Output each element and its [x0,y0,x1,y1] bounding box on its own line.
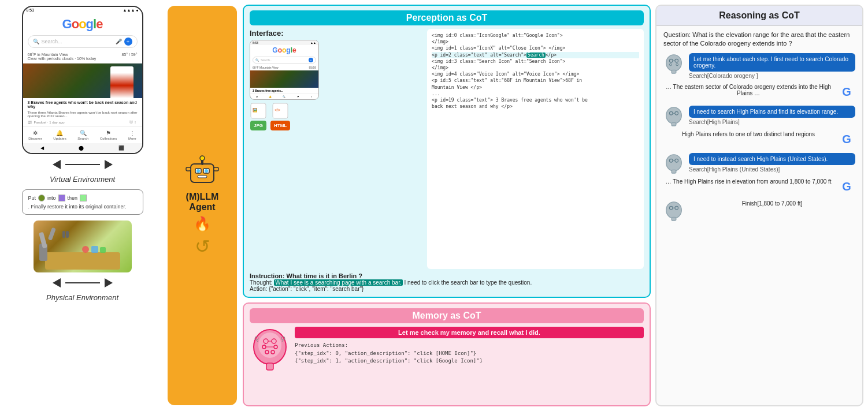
reasoning-column: Reasoning as CoT Question: What is the e… [655,5,863,406]
phys-left-arrow [53,278,61,287]
perception-title: Perception as CoT [250,10,644,25]
memory-box: Memory as CoT [243,302,651,406]
svg-point-16 [200,156,205,160]
task-box: Put into then . Finally restore it into … [22,189,143,215]
svg-rect-8 [100,247,106,253]
news-person [110,66,133,98]
memory-right: Let me check my memory and recall what I… [295,327,644,401]
thought-label: Thought: [250,279,272,286]
svg-rect-7 [91,246,98,253]
google-icon-1: G [838,84,855,101]
task-text-then: then [68,195,78,201]
mini-weather: 68°F Mountain View 85/59 [250,65,318,70]
nav-discover[interactable]: ✲ Discover [28,130,42,140]
phys-right-arrow [105,278,113,287]
left-arrow [53,160,61,169]
step4-text: High Plains refers to one of two distinc… [663,131,833,137]
memory-action0: {"step_idx": 0, "action_description": "c… [295,350,644,358]
code-ellipsis: ... [432,91,639,97]
nav-more[interactable]: ⋮ More [128,130,136,140]
search-nav-icon: 🔍 [80,130,87,136]
middle-column: Perception as CoT Interface: 8:53 ▲▲ Goo… [243,5,651,406]
back-button[interactable]: ◀ [40,145,44,151]
google-logo-phone: Google [23,13,142,33]
physical-env-label: Physical Environment [46,293,118,302]
thought-highlight: What I see is a searching page with a se… [274,279,402,286]
reasoning-step-5: I need to instead search High Plains (Un… [663,153,855,174]
mini-news-image [250,70,318,88]
mini-nav: ✲🔔🔍⚑⋮ [250,94,318,99]
phone-news-sub: These three Atlanta Braves free agents w… [23,111,142,120]
reasoning-step-2: G … The eastern sector of Colorado oroge… [663,84,855,101]
code-line-5: </img> [432,65,639,71]
step1-bubble: Let me think about each step. I first ne… [689,53,855,72]
weather-text2: 85° / 59° [121,53,137,61]
brain-icon-1 [663,53,684,74]
reasoning-step-1: Let me think about each step. I first ne… [663,53,855,79]
perception-code: <img id=0 class="IconGoogle" alt="Google… [427,29,644,269]
task-text-finally: . Finally restore it into its original c… [28,204,127,210]
phone-icons: ▲▲▲ ● [123,8,139,12]
square-button[interactable]: ⬛ [118,145,124,151]
svg-point-56 [666,202,682,218]
agent-label: (M)LLM Agent [186,192,219,212]
reasoning-content: Question: What is the elevation range fo… [656,26,862,405]
task-light-green-square [80,195,87,201]
phone-news-source: 📰 Fanduel · 1 day ago 🤍 ⋮ [23,120,142,126]
collections-icon: ⚑ [106,130,111,136]
fanduel-icon: 📰 [28,120,32,124]
svg-rect-60 [672,217,676,221]
left-panel: 8:53 ▲▲▲ ● Google 🔍 Search... 🎤 + 68°F i… [0,0,165,411]
search-placeholder: Search... [42,39,62,44]
phone-search-bar[interactable]: 🔍 Search... 🎤 + [28,35,138,48]
phone-time: 8:53 [27,8,35,12]
thumbs-icon: 🤍 ⋮ [129,120,138,124]
mini-news-text: 3 Braves free agents... [250,88,318,94]
robot-svg [185,154,220,188]
svg-rect-34 [266,363,273,370]
svg-point-39 [666,55,682,71]
brain-icon-3 [663,153,684,174]
task-green-circle [38,195,45,201]
memory-prev-label: Previous Actions: [295,342,644,350]
code-line-19b: back next season and why </p> [432,103,639,110]
svg-text:🖼️: 🖼️ [253,107,258,113]
thought-continue: I need to click the search bar to type t… [405,279,532,286]
code-line-0: <img id=0 class="IconGoogle" alt="Google… [432,32,639,39]
phone-status-bar: 8:53 ▲▲▲ ● [23,7,142,13]
step1-content: Let me think about each step. I first ne… [689,53,855,79]
html-label: HTML [270,121,290,130]
home-button[interactable]: ⬤ [79,145,84,151]
weather-text1: 68°F in Mountain View [28,53,97,57]
reasoning-title: Reasoning as CoT [656,6,862,26]
phys-arrow-line [65,282,100,283]
instruction-line: Instruction: What time is it in Berlin ? [250,272,644,279]
svg-rect-50 [672,122,676,126]
phone-news-text: 3 Braves free agents who won't be back n… [23,98,142,111]
step6-text: … The High Plains rise in elevation from… [663,178,833,185]
perception-box: Perception as CoT Interface: 8:53 ▲▲ Goo… [243,5,651,298]
svg-rect-5 [66,231,69,238]
memory-content: Previous Actions: {"step_idx": 0, "actio… [295,342,644,365]
phone-bottom-bar: ◀ ⬤ ⬛ [23,143,142,153]
jpg-file: 🖼️ JPG [250,102,267,130]
google-icon-2: G [838,131,855,148]
physical-env-image [34,221,132,272]
nav-updates[interactable]: 🔔 Updates [53,130,66,140]
right-arrow [105,160,113,169]
brain-icon-2 [663,106,684,126]
mini-phone-status: 8:53 ▲▲ [250,40,318,45]
code-line-7: <p id=5 class="text" alt="68F in Mountai… [432,77,639,84]
svg-point-6 [82,246,89,253]
updates-icon: 🔔 [56,130,63,136]
code-line-19a: <p id=19 class="text"> 3 Braves free age… [432,97,639,103]
nav-search[interactable]: 🔍 Search [77,130,88,140]
step7-finish: Finish[1,800 to 7,000 ft] [689,200,855,207]
svg-point-24 [258,332,281,358]
nav-collections[interactable]: ⚑ Collections [100,130,117,140]
memory-inner: Let me check my memory and recall what I… [250,327,644,401]
svg-rect-14 [198,175,207,178]
memory-brain-icon [250,327,290,373]
html-file: </> HTML [270,102,290,130]
phone-nav: ✲ Discover 🔔 Updates 🔍 Search ⚑ Collecti… [23,126,142,143]
